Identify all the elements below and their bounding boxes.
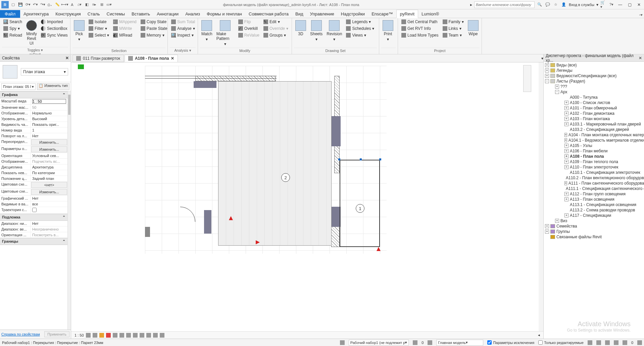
worksharing-icon[interactable] — [153, 333, 158, 338]
property-value[interactable]: Нормально — [31, 110, 67, 116]
override-button[interactable]: Override ▾ — [262, 26, 290, 32]
overkill-button[interactable]: ✓Overkill — [237, 26, 261, 32]
sync-icon[interactable]: ⟳▾ — [25, 2, 31, 8]
ribbon-tab-управление[interactable]: Управление — [307, 10, 338, 18]
ribbon-tab-lumion-[interactable]: Lumion® — [418, 10, 442, 18]
expand-icon[interactable]: + — [545, 224, 549, 228]
workset-icon[interactable] — [340, 340, 345, 345]
expand-icon[interactable]: + — [564, 213, 568, 217]
ribbon-tab-совместная-работа[interactable]: Совместная работа — [245, 10, 292, 18]
mwrite-button[interactable]: ○MWrite — [112, 26, 138, 32]
search-button[interactable]: 🔍Search — [2, 19, 23, 25]
select-pinned-icon[interactable] — [605, 340, 610, 345]
collapse-icon[interactable]: − — [545, 79, 549, 83]
design-options-icon[interactable] — [413, 340, 417, 345]
drag-elements-icon[interactable] — [623, 340, 627, 345]
property-value[interactable]: Нет — [31, 196, 67, 201]
tree-sheets[interactable]: −Листы (Раздел) — [544, 79, 643, 84]
scale-label[interactable]: 1 : 50 — [75, 333, 84, 337]
sheet-item[interactable]: A113.1 - Спецификация освещения — [544, 202, 643, 207]
sheet-item[interactable]: +A103.1 - Маркеровочный план дверей — [544, 121, 643, 127]
signin-dropdown-icon[interactable]: ▾ — [596, 2, 598, 7]
expand-icon[interactable]: + — [545, 68, 549, 72]
tree-views[interactable]: +Виды (все) — [544, 62, 643, 68]
sheet-item[interactable]: A110.1 - Спецификация электроточек — [544, 170, 643, 175]
sheet-item[interactable]: +A105 - Узлы — [544, 143, 643, 148]
expand-icon[interactable]: + — [555, 219, 559, 223]
sheet-item[interactable]: +A102 - План демонтажа — [544, 111, 643, 116]
ribbon-tab-анализ[interactable]: Анализ — [182, 10, 203, 18]
edit-type-button[interactable]: 📋 Изменить тип — [37, 83, 69, 90]
expand-icon[interactable]: + — [564, 181, 567, 185]
type-selector-dropdown[interactable]: План этажа▾ — [21, 68, 68, 76]
switch-windows-icon[interactable]: ▭▾ — [106, 2, 112, 8]
expand-icon[interactable]: + — [564, 122, 568, 126]
shadows-icon[interactable] — [106, 333, 111, 338]
exchange-icon[interactable]: 🛒▾ — [600, 2, 606, 8]
editable-only-checkbox[interactable]: Только редактируемые — [538, 340, 584, 345]
expand-icon[interactable]: + — [564, 138, 567, 142]
expand-icon[interactable]: + — [564, 165, 568, 169]
view-tab-a108[interactable]: A108 - План пола✕ — [125, 55, 178, 62]
tree-sheets-unknown[interactable]: +??? — [544, 84, 643, 89]
undo-icon[interactable]: ↶▾ — [32, 2, 38, 8]
schedules-button[interactable]: Schedules ▾ — [345, 26, 376, 32]
ribbon-tab-сталь[interactable]: Сталь — [84, 10, 103, 18]
select-button[interactable]: Select ▾ — [87, 32, 110, 38]
property-value[interactable]: Изменить... — [31, 139, 67, 145]
sheet-item[interactable]: +A112 - План групп освещения — [544, 191, 643, 197]
expand-icon[interactable]: + — [545, 230, 549, 234]
select-links-icon[interactable] — [588, 340, 592, 345]
property-value[interactable]: все — [31, 201, 67, 207]
sheet-item[interactable]: +A110 - План электроточек — [544, 164, 643, 170]
links-button[interactable]: Links ▾ — [441, 26, 465, 32]
tree-groups[interactable]: +Группы — [544, 229, 643, 234]
communicate-icon[interactable]: 💬 — [545, 2, 551, 8]
copystate-button[interactable]: Copy State — [139, 19, 169, 25]
isolate-button[interactable]: Isolate — [87, 19, 110, 25]
sunpath-icon[interactable] — [99, 333, 104, 338]
signin-label[interactable]: Вход в службы — [569, 3, 594, 7]
filter-icon[interactable] — [637, 340, 642, 345]
temphide-icon[interactable] — [140, 333, 144, 338]
sectionbox-button[interactable]: SectionBox — [40, 26, 69, 32]
crop-region-icon[interactable] — [126, 333, 131, 338]
sheet-item[interactable]: +A113 - План освещения — [544, 197, 643, 202]
navigation-bar[interactable] — [523, 65, 531, 92]
drawing-canvas[interactable]: 2 1 — [71, 62, 539, 331]
scroll-left-icon[interactable]: ◂ — [538, 333, 540, 337]
tree-schedules[interactable]: +Ведомости/Спецификации (все) — [544, 73, 643, 79]
sheet-item[interactable]: +A100 - Список листов — [544, 100, 643, 105]
minimize-button[interactable]: — — [616, 1, 624, 8]
spy-button[interactable]: Spy ▾ — [2, 26, 23, 32]
properties-close-icon[interactable]: ✕ — [65, 56, 69, 60]
save-icon[interactable]: 💾 — [17, 2, 23, 8]
infocenter-icon[interactable]: 🔍 — [537, 2, 543, 8]
close-inactive-icon[interactable]: ⊞ — [99, 2, 105, 8]
expand-icon[interactable]: + — [564, 149, 568, 153]
dimension-icon[interactable]: ⟷▾ — [62, 2, 68, 8]
select-underlay-icon[interactable] — [596, 340, 601, 345]
expand-icon[interactable]: + — [564, 133, 567, 137]
unlock-icon[interactable] — [133, 333, 138, 338]
file-tab[interactable]: Файл — [0, 10, 20, 18]
close-button[interactable]: ✕ — [635, 1, 643, 8]
expand-icon[interactable]: + — [564, 160, 568, 164]
sheet-item[interactable]: +A109 - План теплого пола — [544, 159, 643, 164]
properties-help-link[interactable]: Справка по свойствам — [1, 332, 40, 336]
views-button[interactable]: Views ▾ — [345, 32, 376, 38]
loadmore-button[interactable]: Load More Types — [400, 32, 440, 38]
group-header-underlay[interactable]: Подложка⌃ — [0, 214, 67, 221]
model-combo[interactable]: Главная модель ▾ — [436, 340, 483, 346]
property-value[interactable]: Высокий — [31, 116, 67, 121]
expand-icon[interactable]: + — [545, 63, 549, 67]
sheet-item[interactable]: +A108 - План пола — [544, 154, 643, 159]
3d-button[interactable]: 3D — [294, 19, 307, 38]
visual-style-icon[interactable] — [93, 333, 97, 338]
makepattern-button[interactable]: Make Pattern▾ — [215, 19, 236, 48]
reload-button[interactable]: ↻Reload — [2, 32, 23, 38]
expand-icon[interactable]: + — [564, 101, 568, 105]
legends-button[interactable]: Legends ▾ — [345, 19, 376, 25]
sheet-item[interactable]: +A101 - План обмерочный — [544, 105, 643, 111]
filter-button[interactable]: Filter ▾ — [87, 26, 110, 32]
